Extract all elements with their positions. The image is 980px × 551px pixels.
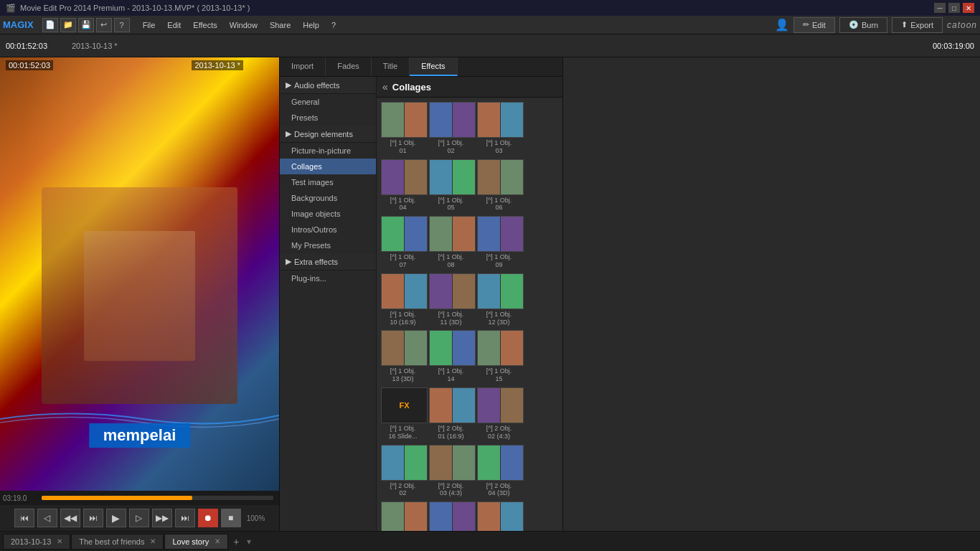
sidebar-item-test-images[interactable]: Test images [280, 174, 376, 190]
menu-file[interactable]: File [137, 19, 161, 31]
record-btn[interactable]: ⏺ [198, 509, 218, 527]
sidebar-item-collages[interactable]: Collages [280, 159, 376, 174]
export-btn[interactable]: ⬆ Export [892, 17, 943, 33]
effect-item-6[interactable]: [^] 1 Obj.07 [380, 215, 426, 270]
title-controls[interactable]: ─ □ ✕ [934, 3, 974, 13]
menu-edit[interactable]: Edit [161, 19, 187, 31]
effect-item-4[interactable]: [^] 1 Obj.05 [428, 158, 474, 214]
play-btn[interactable]: ▶ [106, 509, 126, 527]
tab-import[interactable]: Import [280, 57, 326, 76]
timeline-tab-2[interactable]: The best of friends ✕ [71, 534, 164, 550]
ffwd-btn[interactable]: ▶▶ [152, 509, 172, 527]
effect-item-13[interactable]: [^] 1 Obj.14 [428, 329, 474, 385]
menu-window[interactable]: Window [224, 19, 263, 31]
prev-frame-btn[interactable]: ◁ [37, 509, 57, 527]
design-elements-header[interactable]: ▶ Design elements [280, 126, 376, 143]
effect-item-16[interactable]: [^] 2 Obj.01 (16:9) [428, 386, 474, 442]
effect-thumb-14 [477, 330, 524, 366]
main-area: 00:01:52:03 2013-10-13 * mempelai 03:19.… [0, 57, 980, 531]
tab-title[interactable]: Title [372, 57, 410, 76]
extra-effects-header[interactable]: ▶ Extra effects [280, 253, 376, 270]
effect-item-1[interactable]: [^] 1 Obj.02 [428, 100, 474, 156]
burn-btn[interactable]: 💿 Burn [839, 17, 887, 33]
sidebar-item-presets[interactable]: Presets [280, 110, 376, 126]
undo-btn[interactable]: ↩ [96, 18, 112, 32]
effect-item-18[interactable]: [^] 2 Obj.02 [380, 443, 426, 499]
menu-help[interactable]: Help [297, 19, 325, 31]
effect-item-10[interactable]: [^] 1 Obj.11 (3D) [428, 272, 474, 328]
effect-thumb-6 [381, 216, 428, 252]
design-elements-arrow: ▶ [286, 129, 291, 138]
menu-right: 👤 ✏ Edit 💿 Burn ⬆ Export catoon [775, 17, 977, 33]
new-btn[interactable]: 📄 [42, 18, 58, 32]
effect-item-11[interactable]: [^] 1 Obj.12 (3D) [476, 272, 522, 328]
tab-fades[interactable]: Fades [326, 57, 372, 76]
menu-info[interactable]: ? [326, 19, 341, 31]
timeline-tab-3-close[interactable]: ✕ [215, 537, 220, 545]
effect-item-20[interactable]: [^] 2 Obj.04 (3D) [476, 443, 522, 499]
effect-item-19[interactable]: [^] 2 Obj.03 (4:3) [428, 443, 474, 499]
time-left: 00:01:52:03 [6, 42, 63, 50]
edit-btn[interactable]: ✏ Edit [793, 17, 835, 33]
sidebar-item-general[interactable]: General [280, 94, 376, 110]
open-btn[interactable]: 📁 [60, 18, 76, 32]
effect-item-15[interactable]: FX [^] 1 Obj.16 Slide... [380, 386, 426, 442]
effect-item-0[interactable]: [^] 1 Obj.01 [380, 100, 426, 156]
effect-item-8[interactable]: [^] 1 Obj.09 [476, 215, 522, 270]
effect-item-23[interactable]: [^] 2 Obj.07 Slide... [476, 500, 522, 531]
edit-label: Edit [812, 21, 826, 29]
effects-tabs: Import Fades Title Effects [280, 57, 562, 77]
timeline-tab-3[interactable]: Love story ✕ [164, 534, 228, 550]
effect-label-0: [^] 1 Obj.01 [381, 139, 425, 155]
effect-item-7[interactable]: [^] 1 Obj.08 [428, 215, 474, 270]
step-back-btn[interactable]: ⏭ [83, 509, 103, 527]
sidebar-item-pip[interactable]: Picture-in-picture [280, 143, 376, 159]
rewind-btn[interactable]: ◀◀ [60, 509, 80, 527]
timeline-tab-1[interactable]: 2013-10-13 ✕ [3, 534, 70, 550]
timeline-tab-1-close[interactable]: ✕ [57, 537, 62, 545]
audio-effects-header[interactable]: ▶ Audio effects [280, 77, 376, 94]
timeline-add-tab[interactable]: + [229, 536, 243, 547]
save-btn[interactable]: 💾 [78, 18, 94, 32]
effect-item-21[interactable]: [^] 2 Obj.05 [380, 500, 426, 531]
preview-date-overlay: 2013-10-13 * [192, 60, 243, 70]
menu-share[interactable]: Share [264, 19, 296, 31]
skip-end-btn[interactable]: ⏭ [175, 509, 195, 527]
sidebar-item-plugins[interactable]: Plug-ins... [280, 270, 376, 286]
effect-label-5: [^] 1 Obj.06 [477, 197, 521, 212]
timeline-dropdown[interactable]: ▾ [244, 537, 254, 547]
effect-item-2[interactable]: [^] 1 Obj.03 [476, 100, 522, 156]
sidebar-item-intros[interactable]: Intros/Outros [280, 222, 376, 237]
effect-thumb-9 [381, 273, 428, 309]
effect-label-7: [^] 1 Obj.08 [429, 253, 473, 269]
effect-item-9[interactable]: [^] 1 Obj.10 (16:9) [380, 272, 426, 328]
effect-item-3[interactable]: [^] 1 Obj.04 [380, 158, 426, 214]
progress-track[interactable] [42, 496, 273, 500]
effect-thumb-18 [381, 445, 428, 481]
edit-pencil-icon: ✏ [803, 20, 809, 29]
effect-thumb-21 [381, 501, 428, 531]
maximize-btn[interactable]: □ [948, 3, 960, 13]
effect-item-14[interactable]: [^] 1 Obj.15 [476, 329, 522, 385]
tab-effects[interactable]: Effects [410, 57, 457, 76]
effect-item-22[interactable]: [^] 2 Obj.06 [428, 500, 474, 531]
sidebar-item-image-objects[interactable]: Image objects [280, 206, 376, 222]
step-fwd-btn[interactable]: ▷ [129, 509, 149, 527]
sidebar-item-backgrounds[interactable]: Backgrounds [280, 190, 376, 206]
effect-item-17[interactable]: [^] 2 Obj.02 (4:3) [476, 386, 522, 442]
close-btn[interactable]: ✕ [963, 3, 974, 13]
effect-label-8: [^] 1 Obj.09 [477, 253, 521, 269]
minimize-btn[interactable]: ─ [934, 3, 946, 13]
back-btn[interactable]: « [382, 81, 388, 93]
stop-btn[interactable]: ■ [221, 509, 241, 527]
skip-start-btn[interactable]: ⏮ [14, 509, 34, 527]
effect-item-12[interactable]: [^] 1 Obj.13 (3D) [380, 329, 426, 385]
help-icon-btn[interactable]: ? [114, 18, 130, 32]
sidebar-scroll[interactable]: ▶ Audio effects General Presets ▶ Design… [280, 77, 376, 286]
effect-label-16: [^] 2 Obj.01 (16:9) [429, 425, 473, 441]
timeline-tab-2-close[interactable]: ✕ [150, 537, 156, 545]
preview-panel: 00:01:52:03 2013-10-13 * mempelai 03:19.… [0, 57, 280, 531]
sidebar-item-mypresets[interactable]: My Presets [280, 237, 376, 253]
effect-item-5[interactable]: [^] 1 Obj.06 [476, 158, 522, 214]
menu-effects[interactable]: Effects [187, 19, 222, 31]
